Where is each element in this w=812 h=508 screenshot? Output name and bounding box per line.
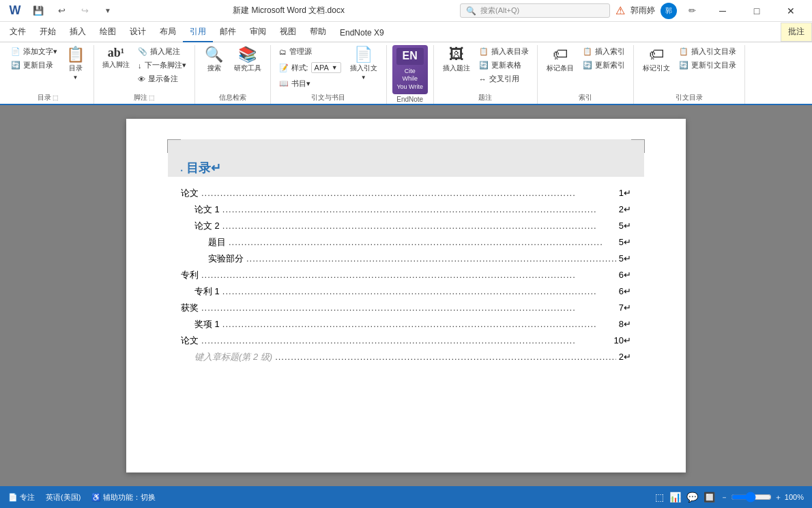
zoom-level: 100% bbox=[785, 493, 804, 501]
add-text-button[interactable]: 📄 添加文字▾ bbox=[8, 45, 60, 58]
toc-page-2: 2↵ bbox=[619, 204, 631, 214]
toc-entry-3: 论文 2 ...................................… bbox=[194, 220, 631, 232]
zoom-out-button[interactable]: － bbox=[721, 492, 728, 503]
tab-references[interactable]: 引用 bbox=[183, 23, 213, 42]
cite-while-write-button[interactable]: EN 目录 Cite WhileYou Write bbox=[392, 45, 428, 94]
status-icon-4[interactable]: 🔲 bbox=[704, 492, 715, 503]
insert-citation-button[interactable]: 📄 插入引文 ▼ bbox=[347, 45, 381, 83]
toc-page-11: 2↵ bbox=[619, 352, 631, 362]
doc-title: 新建 Microsoft Word 文档.docx bbox=[233, 5, 345, 16]
update-index-button[interactable]: 🔄 更新索引 bbox=[580, 59, 628, 72]
tab-mailings[interactable]: 邮件 bbox=[213, 23, 243, 42]
toc-group-label: 目录 ⬚ bbox=[38, 93, 59, 104]
redo-button[interactable]: ↪ bbox=[75, 1, 94, 20]
minimize-button[interactable]: ─ bbox=[707, 1, 738, 20]
comment-button[interactable]: 批注 bbox=[781, 23, 812, 42]
toc-page-5: 5↵ bbox=[619, 253, 631, 264]
tab-review[interactable]: 审阅 bbox=[243, 23, 273, 42]
tab-insert[interactable]: 插入 bbox=[63, 23, 93, 42]
restore-button[interactable]: □ bbox=[741, 1, 772, 20]
show-notes-button[interactable]: 👁 显示备注 bbox=[135, 72, 189, 85]
next-footnote-icon: ↓ bbox=[138, 61, 142, 70]
ribbon-group-captions: 🖼 插入题注 📋 插入表目录 🔄 更新表格 ↔ 交叉引用 题注 bbox=[434, 45, 538, 104]
status-icon-2[interactable]: 📊 bbox=[669, 492, 681, 503]
update-toa-button[interactable]: 🔄 更新引文目录 bbox=[676, 59, 739, 72]
toc-dots-5: ........................................… bbox=[246, 253, 616, 264]
update-toa-icon: 🔄 bbox=[679, 61, 688, 70]
books-button[interactable]: 📖 书目▾ bbox=[276, 77, 344, 90]
tab-layout[interactable]: 布局 bbox=[153, 23, 183, 42]
manage-sources-icon: 🗂 bbox=[279, 48, 287, 56]
insert-footnote-button[interactable]: ab¹ 插入脚注 bbox=[100, 45, 132, 71]
tab-view[interactable]: 视图 bbox=[273, 23, 303, 42]
insert-tof-button[interactable]: 📋 插入表目录 bbox=[476, 45, 532, 58]
save-button[interactable]: 💾 bbox=[29, 1, 48, 20]
insert-endnote-icon: 📎 bbox=[138, 47, 147, 56]
ribbon-group-footnotes: ab¹ 插入脚注 📎 插入尾注 ↓ 下一条脚注▾ 👁 显示备注 脚注 bbox=[94, 45, 195, 104]
toc-expand-icon[interactable]: ⬚ bbox=[53, 94, 59, 101]
ribbon-group-toa: 🏷 标记引文 📋 插入引文目录 🔄 更新引文目录 引文目录 bbox=[634, 45, 745, 104]
insert-endnote-button[interactable]: 📎 插入尾注 bbox=[135, 45, 189, 58]
captions-buttons: 🖼 插入题注 📋 插入表目录 🔄 更新表格 ↔ 交叉引用 bbox=[439, 45, 532, 93]
update-table-button[interactable]: 🔄 更新表格 bbox=[476, 59, 532, 72]
toc-page-6: 6↵ bbox=[619, 270, 631, 280]
update-toc-icon: 🔄 bbox=[11, 61, 20, 70]
title-bar: W 💾 ↩ ↪ ▼ 新建 Microsoft Word 文档.docx 🔍 搜索… bbox=[0, 0, 812, 22]
mark-citation-button[interactable]: 🏷 标记引文 bbox=[639, 45, 673, 75]
toc-dots-8: ........................................… bbox=[201, 302, 616, 313]
toc-col-left: 📄 添加文字▾ 🔄 更新目录 bbox=[8, 45, 60, 72]
update-toc-button[interactable]: 🔄 更新目录 bbox=[8, 59, 60, 72]
citations-buttons: 🗂 管理源 📝 样式: APA ▼ 📖 书目▾ 📄 bbox=[276, 45, 381, 93]
tab-home[interactable]: 开始 bbox=[33, 23, 63, 42]
word-logo[interactable]: W bbox=[5, 1, 25, 20]
toc-page-9: 8↵ bbox=[619, 319, 631, 329]
pen-icon[interactable]: ✏ bbox=[682, 1, 701, 20]
user-avatar[interactable]: 郭 bbox=[661, 3, 677, 19]
insert-toa-button[interactable]: 📋 插入引文目录 bbox=[676, 45, 739, 58]
research-button[interactable]: 📚 研究工具 bbox=[231, 45, 265, 75]
search-buttons: 🔍 搜索 📚 研究工具 bbox=[201, 45, 265, 93]
title-bar-center: 新建 Microsoft Word 文档.docx bbox=[117, 5, 460, 16]
style-selector[interactable]: 📝 样式: APA ▼ bbox=[276, 61, 344, 74]
manage-sources-button[interactable]: 🗂 管理源 bbox=[276, 45, 344, 58]
tab-endnote[interactable]: EndNote X9 bbox=[333, 25, 391, 42]
mark-entry-button[interactable]: 🏷 标记条目 bbox=[543, 45, 577, 75]
toc-page-4: 5↵ bbox=[619, 237, 631, 247]
close-button[interactable]: ✕ bbox=[775, 1, 807, 20]
cross-ref-button[interactable]: ↔ 交叉引用 bbox=[476, 72, 532, 85]
style-dropdown[interactable]: APA ▼ bbox=[311, 62, 341, 73]
status-icon-1[interactable]: ⬚ bbox=[655, 492, 664, 503]
show-notes-icon: 👁 bbox=[138, 75, 145, 83]
toc-label-1: 论文 bbox=[181, 187, 199, 199]
search-box[interactable]: 🔍 搜索(Alt+Q) bbox=[460, 3, 610, 18]
tab-design[interactable]: 设计 bbox=[123, 23, 153, 42]
search-button[interactable]: 🔍 搜索 bbox=[201, 45, 228, 75]
tof-icon: 📋 bbox=[479, 47, 489, 56]
ribbon: 📄 添加文字▾ 🔄 更新目录 📋 目录 ▼ 目录 ⬚ ab¹ bbox=[0, 42, 812, 105]
footnotes-group-label: 脚注 ⬚ bbox=[134, 93, 155, 104]
tab-draw[interactable]: 绘图 bbox=[93, 23, 123, 42]
document-page: ▪ 目录↵ 论文 ...............................… bbox=[126, 119, 686, 472]
search-icon: 🔍 bbox=[466, 6, 476, 16]
status-icon-3[interactable]: 💬 bbox=[686, 492, 698, 503]
next-footnote-button[interactable]: ↓ 下一条脚注▾ bbox=[135, 59, 189, 72]
toa-col: 📋 插入引文目录 🔄 更新引文目录 bbox=[676, 45, 739, 72]
customize-button[interactable]: ▼ bbox=[98, 1, 117, 20]
undo-button[interactable]: ↩ bbox=[52, 1, 71, 20]
toc-dots-3: ........................................… bbox=[222, 221, 616, 231]
insert-index-button[interactable]: 📋 插入索引 bbox=[580, 45, 628, 58]
toc-button[interactable]: 📋 目录 ▼ bbox=[63, 45, 88, 83]
footnotes-expand-icon[interactable]: ⬚ bbox=[149, 94, 155, 101]
tab-help[interactable]: 帮助 bbox=[303, 23, 333, 42]
status-accessibility: ♿ 辅助功能：切换 bbox=[91, 492, 156, 503]
tab-file[interactable]: 文件 bbox=[3, 23, 33, 42]
zoom-slider[interactable] bbox=[731, 492, 772, 503]
index-col: 📋 插入索引 🔄 更新索引 bbox=[580, 45, 628, 72]
research-icon: 📚 bbox=[238, 47, 257, 62]
zoom-control[interactable]: － ＋ 100% bbox=[721, 492, 804, 503]
insert-caption-button[interactable]: 🖼 插入题注 bbox=[439, 45, 474, 75]
endnote-group-label: EndNote bbox=[396, 96, 423, 104]
toc-page-3: 5↵ bbox=[619, 221, 631, 231]
zoom-in-button[interactable]: ＋ bbox=[774, 492, 782, 503]
toc-label-2: 论文 1 bbox=[194, 203, 220, 216]
